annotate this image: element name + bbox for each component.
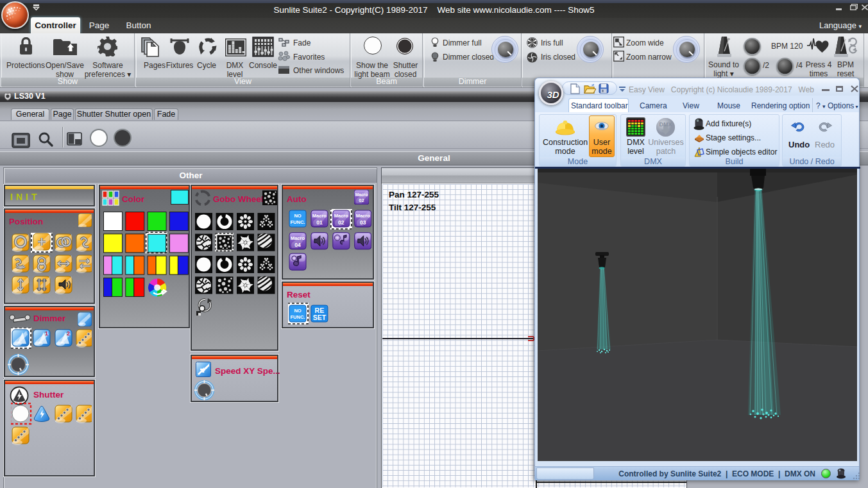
svg-text:Macro: Macro: [312, 213, 327, 219]
svg-text:Macro: Macro: [334, 213, 349, 219]
svg-text:Macro: Macro: [355, 192, 368, 197]
svg-text:02: 02: [359, 198, 364, 203]
svg-text:DMX: DMX: [660, 121, 672, 128]
svg-text:02: 02: [338, 219, 345, 226]
svg-text:01: 01: [316, 219, 323, 226]
svg-text:Macro: Macro: [356, 213, 371, 219]
svg-text:2: 2: [67, 330, 70, 337]
svg-text:SET: SET: [313, 314, 327, 321]
svg-text:1: 1: [45, 330, 48, 337]
svg-text:Macro: Macro: [291, 235, 305, 241]
svg-text:04: 04: [294, 242, 301, 248]
svg-text:03: 03: [360, 219, 366, 226]
